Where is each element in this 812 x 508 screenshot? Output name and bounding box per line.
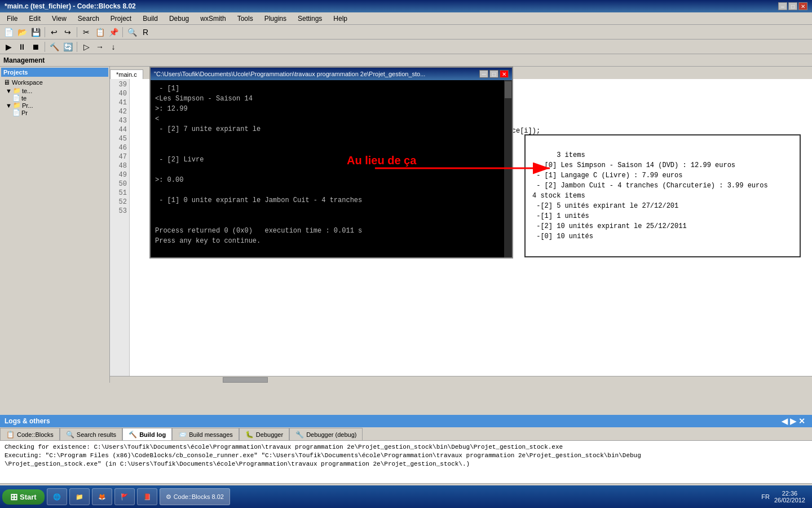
tab-search-results[interactable]: 🔍 Search results: [60, 428, 122, 440]
title-bar: *main.c (test_fichier) - Code::Blocks 8.…: [0, 0, 812, 12]
taskbar: ⊞ Start 🌐 📁 🦊 🚩 📕 ⚙ Code::Blocks 8.02 FR…: [0, 485, 812, 508]
clock-date: 26/02/2012: [774, 497, 805, 503]
rebuild-btn[interactable]: 🔄: [61, 41, 74, 53]
search-btn[interactable]: 🔍: [126, 26, 138, 38]
toolbar-1: 📄 📂 💾 ↩ ↪ ✂ 📋 📌 🔍 R: [0, 25, 812, 40]
search-tab-label: Search results: [77, 431, 116, 438]
taskbar-icon-folder[interactable]: 📁: [69, 488, 90, 505]
projet-sub-item[interactable]: 📄 Pr: [1, 109, 108, 116]
source-label: te: [21, 95, 27, 102]
pause-btn[interactable]: ⏸: [16, 41, 28, 53]
debug-step-btn[interactable]: ↓: [107, 41, 120, 53]
folder-icon2: 📁: [76, 493, 83, 501]
replace-btn[interactable]: R: [139, 26, 152, 38]
minimize-button[interactable]: –: [778, 2, 787, 10]
logs-close-btn[interactable]: ✕: [798, 417, 805, 426]
menu-settings[interactable]: Settings: [293, 14, 326, 24]
taskbar-right: FR 22:36 26/02/2012: [761, 490, 810, 503]
run-btn[interactable]: ▶: [2, 41, 15, 53]
redo-btn[interactable]: ↪: [61, 26, 74, 38]
console-min-btn[interactable]: ─: [479, 70, 488, 78]
stop-btn[interactable]: ⏹: [29, 41, 42, 53]
clock-time: 22:36: [774, 490, 805, 497]
save-btn[interactable]: 💾: [29, 26, 42, 38]
app-title: *main.c (test_fichier) - Code::Blocks 8.…: [5, 2, 136, 10]
folder2-icon: 📁: [13, 102, 21, 109]
menu-help[interactable]: Help: [329, 14, 352, 24]
debugger-tab-label: Debugger: [256, 431, 283, 438]
taskbar-codeblocks-app[interactable]: ⚙ Code::Blocks 8.02: [160, 488, 230, 505]
open-btn[interactable]: 📂: [16, 26, 28, 38]
menu-tools[interactable]: Tools: [233, 14, 258, 24]
menu-search[interactable]: Search: [73, 14, 104, 24]
console-close-btn[interactable]: ✕: [500, 70, 509, 78]
logs-prev-btn[interactable]: ◀: [782, 417, 788, 426]
taskbar-icon-firefox[interactable]: 🦊: [92, 488, 112, 505]
menu-view[interactable]: View: [47, 14, 71, 24]
tab-build-messages[interactable]: 📨 Build messages: [172, 428, 239, 440]
sep2: [77, 27, 77, 37]
logs-next-btn[interactable]: ▶: [790, 417, 796, 426]
taskbar-icon-pdf[interactable]: 📕: [137, 488, 157, 505]
codeblocks-taskbar-icon: ⚙: [166, 493, 171, 501]
h-scrollbar-thumb[interactable]: [223, 377, 268, 383]
console-window: "C:\Users\Toufik\Documents\Ucole\Program…: [149, 67, 513, 259]
tab-build-log[interactable]: 🔨 Build log: [122, 428, 172, 440]
new-btn[interactable]: 📄: [2, 26, 15, 38]
paste-btn[interactable]: 📌: [107, 26, 120, 38]
build-log-tab-icon: 🔨: [129, 431, 137, 439]
menu-edit[interactable]: Edit: [24, 14, 45, 24]
main-c-tab[interactable]: *main.c: [110, 69, 143, 79]
debugger-debug-tab-label: Debugger (debug): [306, 431, 356, 438]
build-msg-tab-icon: 📨: [178, 431, 187, 439]
build-btn[interactable]: 🔨: [48, 41, 60, 53]
menu-build[interactable]: Build: [138, 14, 162, 24]
menu-plugins[interactable]: Plugins: [260, 14, 291, 24]
menu-debug[interactable]: Debug: [165, 14, 193, 24]
taskbar-icon-flag[interactable]: 🚩: [114, 488, 135, 505]
management-label: Management: [3, 56, 45, 64]
menu-project[interactable]: Project: [106, 14, 136, 24]
workspace-item[interactable]: 🖥 Workspace: [1, 78, 108, 87]
debug-next-btn[interactable]: →: [94, 41, 106, 53]
taskbar-icon-browser[interactable]: 🌐: [47, 488, 67, 505]
codeblocks-taskbar-label: Code::Blocks 8.02: [174, 493, 224, 500]
sep4: [45, 42, 45, 52]
sep3: [122, 27, 123, 37]
window-controls: – □ ✕: [778, 2, 807, 10]
console-title-bar: "C:\Users\Toufik\Documents\Ucole\Program…: [151, 68, 512, 80]
codeblocks-tab-icon: 📋: [6, 431, 15, 439]
file2-icon: 📄: [12, 109, 20, 116]
tab-codeblocks[interactable]: 📋 Code::Blocks: [0, 428, 60, 440]
logs-title: Logs & others: [5, 417, 50, 425]
log-line-3: \Projet_gestion_stock.exe" (in C:\Users\…: [5, 460, 807, 468]
menu-file[interactable]: File: [2, 14, 22, 24]
menu-wxsmith[interactable]: wxSmith: [196, 14, 230, 24]
maximize-button[interactable]: □: [788, 2, 797, 10]
debugger-tab-icon: 🐛: [245, 431, 254, 439]
copy-btn[interactable]: 📋: [94, 26, 106, 38]
debug-run-btn[interactable]: ▷: [80, 41, 92, 53]
flag-icon: 🚩: [121, 493, 129, 501]
undo-btn[interactable]: ↩: [48, 26, 60, 38]
h-scrollbar[interactable]: [110, 376, 812, 383]
close-button[interactable]: ✕: [798, 2, 807, 10]
pdf-icon: 📕: [143, 493, 151, 501]
projects-section: Projects: [1, 68, 108, 77]
log-line-2: Executing: "C:\Program Files (x86)\CodeB…: [5, 452, 807, 460]
cut-btn[interactable]: ✂: [80, 26, 92, 38]
workspace-label: Workspace: [12, 79, 43, 86]
clock: 22:36 26/02/2012: [774, 490, 805, 503]
line-numbers: 39 40 41 42 43 44 45 46 47 48 49 50 51 5…: [110, 79, 130, 376]
tab-debugger[interactable]: 🐛 Debugger: [239, 428, 289, 440]
start-button[interactable]: ⊞ Start: [2, 489, 45, 505]
main-area: Projects 🖥 Workspace ▼ 📁 te... 📄 te ▼ 📁 …: [0, 67, 812, 383]
console-max-btn[interactable]: □: [489, 70, 498, 78]
tab-debugger-debug[interactable]: 🔧 Debugger (debug): [289, 428, 363, 440]
console-scrollbar[interactable]: [504, 80, 512, 257]
annotation-box: 3 items - [0] Les Simpson - Saison 14 (D…: [524, 134, 801, 257]
projet-item[interactable]: ▼ 📁 Pr...: [1, 102, 108, 109]
test-fichier-item[interactable]: ▼ 📁 te...: [1, 87, 108, 94]
console-scroll-thumb[interactable]: [505, 81, 511, 98]
project-source-item[interactable]: 📄 te: [1, 94, 108, 102]
